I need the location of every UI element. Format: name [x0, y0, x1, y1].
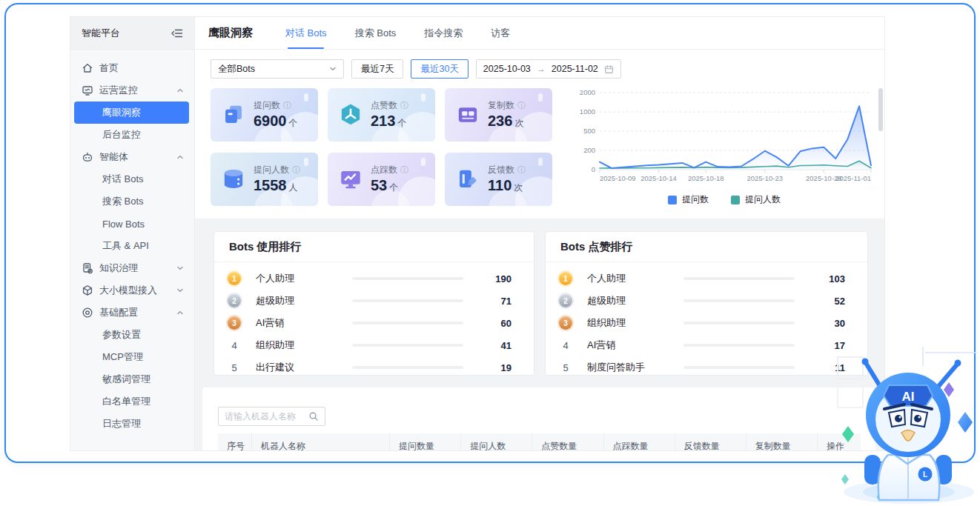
- rank-bar-track: [683, 322, 795, 324]
- bot-name: 出行建议: [250, 361, 352, 374]
- ranking-row: 2超级助理52: [559, 290, 852, 312]
- bot-search-input[interactable]: [225, 411, 308, 422]
- sidebar-item[interactable]: 后台监控: [70, 124, 194, 146]
- sidebar-item[interactable]: 对话 Bots: [70, 168, 194, 190]
- stat-card-body: 提问数ⓘ6900个: [254, 99, 298, 131]
- sidebar-item[interactable]: 日志管理: [70, 413, 194, 435]
- ops-monitor-icon: [82, 84, 93, 96]
- stat-label-text: 提问数: [254, 99, 280, 112]
- stat-card-body: 点赞数ⓘ213个: [371, 99, 408, 131]
- sidebar-item-active[interactable]: 鹰眼洞察: [74, 101, 189, 124]
- app-window: 智能平台 首页运营监控鹰眼洞察后台监控智能体对话 Bots搜索 BotsFlow…: [4, 3, 976, 463]
- monitor-chart-icon: [338, 167, 363, 192]
- svg-text:2000: 2000: [580, 88, 595, 96]
- rank-value: 41: [463, 340, 519, 351]
- rank-number: 4: [228, 340, 241, 351]
- stat-card-value: 1558人: [254, 177, 300, 196]
- medal-icon: 3: [228, 316, 241, 330]
- sidebar-item[interactable]: 工具 & API: [70, 235, 194, 257]
- stat-card-body: 点踩数ⓘ53个: [371, 164, 408, 196]
- sidebar-item[interactable]: Flow Bots: [70, 213, 194, 235]
- tab-2[interactable]: 搜索 Bots: [355, 17, 397, 49]
- sidebar-item[interactable]: 首页: [70, 57, 194, 79]
- stat-value-number: 236: [488, 113, 512, 129]
- tab-3[interactable]: 指令搜索: [424, 17, 463, 49]
- stat-label-text: 提问人数: [254, 164, 289, 176]
- chevron-down-icon: [176, 287, 184, 294]
- legend-item[interactable]: 提问人数: [731, 193, 781, 206]
- overview-panel: 全部Bots 最近7天 最近30天 2025-10-03 → 2025-11-0…: [195, 50, 884, 219]
- table-column-header: 点踩数量: [604, 433, 675, 450]
- sidebar-item-label: 白名单管理: [102, 395, 150, 408]
- rank-value: 190: [463, 273, 519, 284]
- legend-label: 提问人数: [745, 193, 781, 206]
- chevron-down-icon: [329, 65, 337, 73]
- sidebar-item[interactable]: 敏感词管理: [70, 368, 194, 390]
- legend-label: 提问数: [682, 193, 709, 206]
- knowledge-icon: [82, 262, 93, 274]
- stat-card-body: 反馈数ⓘ110次: [488, 164, 526, 196]
- rank-value: 60: [463, 318, 519, 329]
- sidebar-item-label: 知识治理: [99, 262, 138, 275]
- collapse-sidebar-icon[interactable]: [170, 27, 184, 40]
- sidebar-item[interactable]: 智能体: [70, 146, 194, 168]
- stat-label-text: 复制数: [488, 99, 514, 112]
- sidebar-item[interactable]: 运营监控: [70, 79, 194, 101]
- vertical-scrollbar-thumb[interactable]: [878, 88, 883, 131]
- ranking-row: 4AI营销17: [559, 334, 852, 356]
- sidebar-item[interactable]: 搜索 Bots: [70, 190, 194, 213]
- stat-value-number: 53: [371, 177, 387, 193]
- tab-1[interactable]: 对话 Bots: [285, 17, 327, 49]
- info-icon[interactable]: ⓘ: [283, 100, 291, 111]
- rank-value: 17: [795, 340, 852, 351]
- sidebar-item-label: MCP管理: [102, 350, 143, 364]
- bot-name: 个人助理: [250, 272, 352, 285]
- sidebar-item[interactable]: 大小模型接入: [70, 279, 194, 302]
- ranking-row: 5制度问答助手11: [559, 356, 852, 376]
- tab-4[interactable]: 访客: [491, 17, 510, 49]
- bot-select[interactable]: 全部Bots: [211, 59, 344, 79]
- sidebar-item[interactable]: 知识治理: [70, 257, 194, 279]
- legend-item[interactable]: 提问数: [668, 193, 709, 206]
- sidebar-item[interactable]: MCP管理: [70, 346, 194, 368]
- range-7d-button[interactable]: 最近7天: [351, 59, 403, 79]
- sidebar-item-label: 敏感词管理: [102, 373, 150, 386]
- rank-cell: 1: [559, 272, 581, 285]
- info-icon[interactable]: ⓘ: [400, 100, 408, 111]
- date-end: 2025-11-02: [552, 64, 598, 74]
- home-icon: [82, 62, 93, 74]
- ranking-list: 1个人助理1902超级助理713AI营销604组织助理415出行建议19: [214, 262, 534, 376]
- stat-card: 复制数ⓘ236次: [445, 88, 552, 142]
- stat-card-value: 236次: [488, 113, 526, 131]
- table-column-header: 操作: [818, 433, 861, 450]
- stat-value-unit: 次: [514, 118, 523, 128]
- info-icon[interactable]: ⓘ: [400, 164, 408, 176]
- sidebar-item[interactable]: 参数设置: [70, 324, 194, 346]
- info-icon[interactable]: ⓘ: [517, 164, 526, 176]
- stat-card-body: 复制数ⓘ236次: [488, 99, 526, 131]
- info-icon[interactable]: ⓘ: [292, 164, 300, 176]
- stat-card-label: 点踩数ⓘ: [371, 164, 408, 176]
- range-30d-button[interactable]: 最近30天: [411, 59, 468, 79]
- rank-value: 71: [463, 296, 519, 307]
- sidebar-item-label: 对话 Bots: [102, 173, 144, 186]
- date-range-picker[interactable]: 2025-10-03 → 2025-11-02: [476, 59, 621, 79]
- info-icon[interactable]: ⓘ: [517, 100, 526, 111]
- stat-card-value: 213个: [371, 113, 408, 131]
- svg-text:2025-10-23: 2025-10-23: [746, 174, 783, 182]
- sidebar-item-label: 日志管理: [102, 417, 141, 430]
- svg-text:1000: 1000: [580, 107, 595, 116]
- sidebar-item[interactable]: 白名单管理: [70, 390, 194, 413]
- table-column-header: 提问人数: [461, 433, 532, 450]
- sidebar-item-label: 工具 & API: [102, 239, 149, 253]
- rank-bar-track: [352, 344, 463, 347]
- rank-number: 5: [559, 362, 572, 373]
- sidebar-item[interactable]: 基础配置: [70, 302, 194, 324]
- table-column-header: 提问数量: [390, 433, 461, 450]
- medal-icon: 1: [559, 272, 572, 285]
- ranking-panel-title: Bots 使用排行: [214, 232, 534, 262]
- svg-text:2025-10-09: 2025-10-09: [600, 174, 636, 182]
- chevron-down-icon: [176, 264, 184, 272]
- stat-value-unit: 个: [389, 182, 398, 193]
- chevron-up-icon: [176, 87, 184, 94]
